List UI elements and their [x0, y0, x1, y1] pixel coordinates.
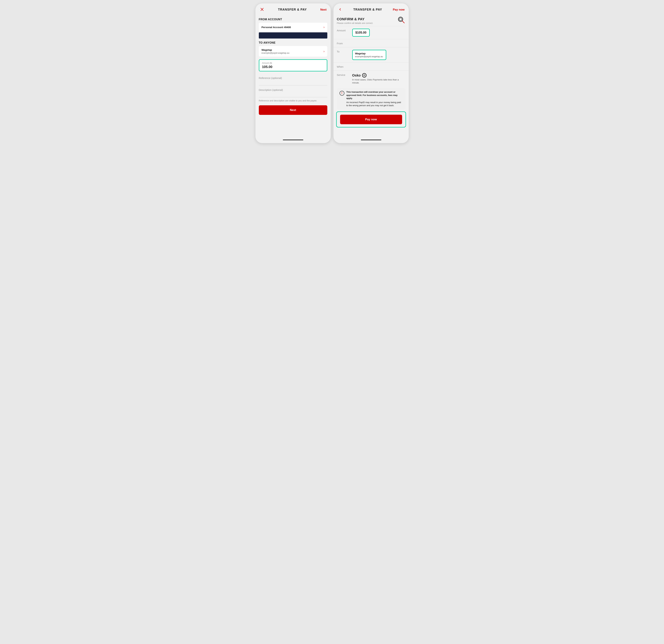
when-row: When	[333, 63, 409, 71]
account-card-bar	[259, 33, 327, 39]
amount-field-highlighted[interactable]: Amount ($) 105.00	[259, 59, 327, 71]
from-row-label: From	[337, 42, 352, 45]
payee-email: example@payid.wagetap.au	[262, 51, 290, 54]
osko-icon	[362, 73, 367, 78]
screen2-title: TRANSFER & PAY	[353, 8, 382, 12]
home-bar-2	[361, 140, 381, 140]
service-row-value: Osko In most cases, Osko Payments take l…	[352, 73, 406, 84]
reference-label: Reference (optional)	[259, 77, 327, 79]
service-row: Service Osko In most cases, Osko Payment…	[333, 71, 409, 87]
payee-row[interactable]: Wagetap example@payid.wagetap.au ›	[259, 46, 327, 57]
close-button[interactable]	[260, 7, 265, 13]
screen1-next-header[interactable]: Next	[320, 8, 327, 12]
from-account-name: Personal Account #8400	[262, 26, 291, 29]
to-name: Wagetap	[355, 52, 383, 55]
confirm-title-block: CONFIRM & PAY Please confirm all details…	[337, 17, 373, 24]
visibility-note: Reference and description are visible to…	[259, 99, 327, 102]
to-highlight-box: Wagetap example@payid.wagetap.au	[352, 50, 386, 60]
screen2-pay-now-header[interactable]: Pay now	[393, 8, 405, 12]
screen1-title: TRANSFER & PAY	[278, 8, 307, 12]
svg-line-4	[402, 21, 404, 23]
description-input[interactable]	[259, 92, 327, 95]
payee-info: Wagetap example@payid.wagetap.au	[262, 48, 290, 54]
home-bar	[283, 140, 303, 140]
amount-value: 105.00	[262, 65, 324, 69]
amount-row: Amount $105.00	[333, 26, 409, 39]
warning-title: This transaction will overdraw your acco…	[346, 90, 402, 100]
amount-label: Amount ($)	[262, 62, 324, 64]
screen2-header: TRANSFER & PAY Pay now	[333, 3, 409, 15]
when-row-label: When	[337, 65, 352, 68]
warning-box: ! This transaction will overdraw your ac…	[337, 88, 406, 109]
from-account-row[interactable]: Personal Account #8400 ›	[259, 23, 327, 32]
to-email: example@payid.wagetap.au	[355, 55, 383, 58]
to-row-value: Wagetap example@payid.wagetap.au	[352, 50, 406, 60]
amount-highlight-box: $105.00	[352, 29, 370, 37]
next-button[interactable]: Next	[259, 105, 327, 115]
to-row-label: To	[337, 50, 352, 53]
confirm-subtitle: Please confirm all details are correct.	[337, 22, 373, 24]
to-anyone-heading: TO ANYONE	[259, 41, 327, 44]
service-row-label: Service	[337, 73, 352, 76]
description-label: Description (optional)	[259, 88, 327, 91]
confirm-title-area: CONFIRM & PAY Please confirm all details…	[333, 15, 409, 26]
home-indicator-2	[333, 138, 409, 143]
confirm-title: CONFIRM & PAY	[337, 17, 373, 21]
back-button[interactable]	[337, 7, 343, 13]
service-name: Osko	[352, 73, 406, 78]
to-row: To Wagetap example@payid.wagetap.au	[333, 47, 409, 63]
reference-input[interactable]	[259, 80, 327, 83]
screen-transfer-input: TRANSFER & PAY Next FROM ACCOUNT Persona…	[255, 3, 331, 143]
screen1-content: FROM ACCOUNT Personal Account #8400 › TO…	[255, 15, 331, 138]
warning-body: An incorrect PayID may result in your mo…	[346, 101, 402, 107]
pay-now-button[interactable]: Pay now	[340, 115, 402, 124]
screen-confirm-pay: TRANSFER & PAY Pay now CONFIRM & PAY Ple…	[333, 3, 409, 143]
warning-icon: !	[339, 91, 344, 96]
osko-inner-ring	[364, 75, 365, 76]
amount-row-label: Amount	[337, 29, 352, 32]
payee-chevron: ›	[324, 49, 325, 53]
description-field-container: Description (optional)	[259, 86, 327, 97]
search-icon	[397, 16, 406, 25]
home-indicator	[255, 138, 331, 143]
pay-now-highlighted-container: Pay now	[336, 111, 406, 127]
screen1-header: TRANSFER & PAY Next	[255, 3, 331, 15]
service-desc: In most cases, Osko Payments take less t…	[352, 78, 406, 84]
svg-point-3	[399, 18, 402, 21]
from-account-heading: FROM ACCOUNT	[259, 18, 327, 21]
osko-label: Osko	[352, 74, 361, 77]
from-account-chevron: ›	[324, 25, 325, 29]
from-row: From	[333, 39, 409, 47]
warning-content: This transaction will overdraw your acco…	[346, 90, 402, 107]
amount-highlight-text: $105.00	[355, 31, 367, 34]
reference-field-container: Reference (optional)	[259, 74, 327, 85]
payee-name: Wagetap	[262, 48, 290, 51]
screen2-content: CONFIRM & PAY Please confirm all details…	[333, 15, 409, 138]
amount-row-value: $105.00	[352, 29, 406, 37]
